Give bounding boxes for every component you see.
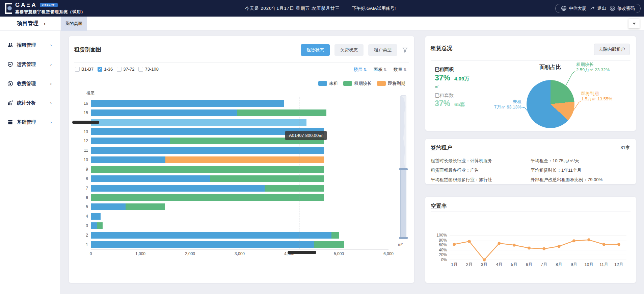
logout-button[interactable]: 退出 [590,5,606,11]
checkbox-1-36[interactable]: ✓1-36 [98,67,113,72]
bar-stack[interactable] [91,147,388,154]
bar-segment[interactable] [91,147,324,154]
bar-stack[interactable] [91,194,388,201]
datazoom-slider[interactable] [400,95,406,238]
floor-row: 12 [91,136,388,146]
bar-segment[interactable] [331,232,339,239]
bar-segment[interactable] [91,222,97,229]
legend-item[interactable]: 即将到期 [377,80,405,87]
bar-stack[interactable] [91,203,388,210]
exclude-internal-tenants-button[interactable]: 去除内部租户 [594,44,630,55]
change-password-button[interactable]: 修改密码 [610,5,635,11]
svg-text:3月: 3月 [481,262,487,267]
bar-segment[interactable] [91,109,237,116]
view-arrears-status-button[interactable]: 欠费状态 [334,44,364,56]
bar-segment[interactable] [91,203,126,210]
bar-segment[interactable] [91,166,324,173]
bar-segment[interactable] [91,185,265,192]
rented-area-unit: ㎡ [435,83,439,90]
bar-segment[interactable] [91,100,284,107]
bar-stack[interactable] [91,241,388,248]
floor-label: 9 [77,167,88,172]
bar-segment[interactable] [210,175,324,182]
x-tick-label: 2,000 [185,251,195,256]
svg-text:7月: 7月 [541,262,547,267]
floor-row: 13 [91,127,388,137]
bar-segment[interactable] [91,232,331,239]
x-tick-label: 1,000 [135,251,145,256]
header-actions: 中信大厦 退出 修改密码 [555,4,641,13]
floor-row: 5 [91,202,388,212]
svg-text:0%: 0% [441,258,447,262]
floor-row: 8 [91,174,388,183]
tab-overflow-button[interactable] [628,19,640,28]
bar-segment[interactable] [97,222,103,229]
pie-label-unrented: 未租7万㎡ 63.13% [484,99,521,110]
area-share-pie[interactable] [527,80,574,128]
coin-icon [7,81,13,87]
legend-item[interactable]: 租期较长 [343,80,372,87]
sidebar-item-label: 基础管理 [17,119,36,125]
checkbox-b1-b7[interactable]: B1-B7 [75,67,93,72]
rented-units-value: 65套 [454,101,465,108]
checkbox-73-108[interactable]: 73-108 [138,67,158,72]
bar-segment[interactable] [265,185,324,192]
bar-segment[interactable] [91,213,101,220]
sidebar: 项目管理 › 招租管理 › 运营管理 › 收费管理 › 统计分析 › [0,17,60,294]
sidebar-item-shoufei[interactable]: 收费管理 › [0,74,60,93]
view-rental-status-button[interactable]: 租赁状态 [301,44,330,56]
bar-stack[interactable] [91,213,388,220]
bar-segment[interactable] [165,156,324,163]
scrollbar-thumb[interactable] [72,121,99,124]
sorter-label: 数量 [394,67,402,73]
sidebar-item-tongji[interactable]: 统计分析 › [0,93,60,113]
bar-stack[interactable] [91,109,388,116]
logo-mark-icon [5,3,12,14]
sidebar-item-yunying[interactable]: 运营管理 › [0,55,60,74]
rented-area-value: 4.09万 [454,76,469,82]
legend-item[interactable]: 未租 [318,80,338,87]
bar-chart-legend: 未租租期较长即将到期 [318,80,405,87]
filter-funnel-icon[interactable] [402,47,408,53]
sort-by-count[interactable]: 数量⇅ [394,67,407,73]
building-switcher[interactable]: 中信大厦 [561,5,586,11]
sidebar-item-jichu[interactable]: 基础管理 › [0,113,60,132]
tenants-card-title: 签约租户 [431,144,452,151]
sidebar-section-header[interactable]: 项目管理 › [0,17,60,31]
sidebar-item-zhaozu[interactable]: 招租管理 › [0,35,60,55]
tenant-stat: 租赁时长最长行业：计算机服务 [431,158,492,164]
bar-segment[interactable] [91,156,165,163]
tenant-stat: 平均租赁面积最多行业：旅行社 [431,177,492,183]
datazoom-handle-bottom[interactable] [399,237,408,239]
vacancy-line-chart[interactable]: 0%20%40%60%80%100%1月2月3月4月5月6月7月8月9月10月1… [425,197,636,283]
view-tenant-type-button[interactable]: 租户类型 [368,44,397,56]
bar-stack[interactable] [91,175,388,182]
bar-segment[interactable] [91,138,170,144]
sort-by-area[interactable]: 面积⇅ [374,67,387,73]
bar-stack[interactable] [91,128,388,135]
bar-stack[interactable] [91,156,388,163]
floor-row: 4 [91,212,388,221]
bar-segment[interactable] [237,109,327,116]
datazoom-handle-top[interactable] [399,168,408,170]
sidebar-menu: 招租管理 › 运营管理 › 收费管理 › 统计分析 › 基础管理 › [0,31,60,132]
bar-stack[interactable] [91,138,388,144]
bar-segment[interactable] [314,241,344,248]
bar-stack[interactable] [91,166,388,173]
bar-stack[interactable] [91,232,388,239]
scrollbar-thumb[interactable] [288,251,316,254]
tab-my-desktop[interactable]: 我的桌面 [61,17,87,31]
bar-stack[interactable] [91,100,388,107]
checkbox-label: B1-B7 [81,67,93,72]
bar-segment[interactable] [91,175,210,182]
bar-stack[interactable] [91,185,388,192]
datazoom-selection[interactable] [400,169,406,238]
floor-label: 8 [77,176,88,181]
bar-segment[interactable] [91,241,314,248]
profile-card-title: 租赁剖面图 [74,46,101,53]
bar-stack[interactable] [91,222,388,229]
sort-by-floor[interactable]: 楼层⇅ [354,67,367,73]
checkbox-37-72[interactable]: 37-72 [117,67,134,72]
bar-segment[interactable] [91,194,324,201]
bar-segment[interactable] [126,203,165,210]
